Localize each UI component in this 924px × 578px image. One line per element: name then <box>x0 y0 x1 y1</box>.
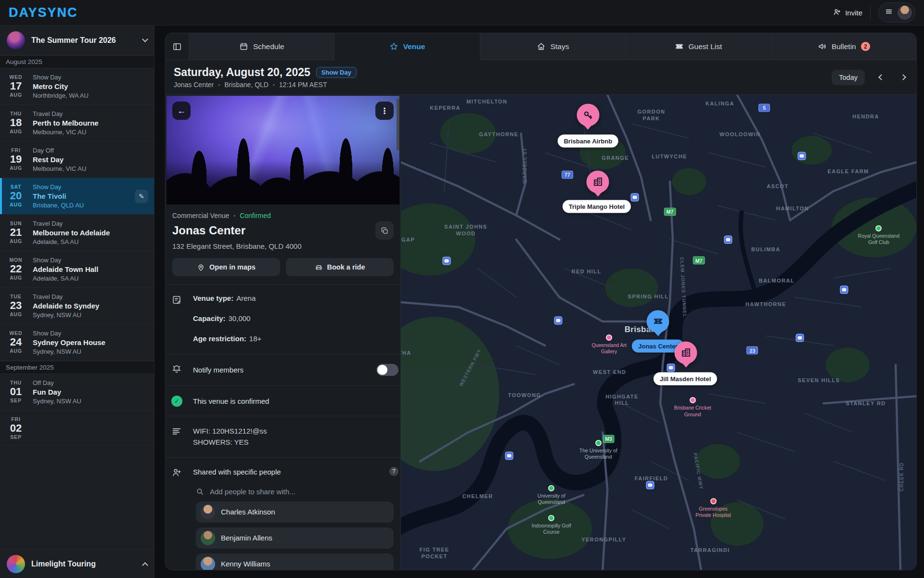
map-marker-label[interactable]: Triple Mango Hotel <box>563 200 631 213</box>
back-button[interactable]: ← <box>172 102 191 120</box>
person-avatar <box>201 531 215 545</box>
sidebar-day-item[interactable]: MON22AUGShow DayAdelaide Town HallAdelai… <box>0 251 154 288</box>
day-header: Saturday, August 20, 2025 Show Day Jonas… <box>166 60 916 95</box>
venue-detail-row: Age restriction:18+ <box>193 334 400 343</box>
notes-section: WIFI: 120HS1212!@ssSHOWERS: YES <box>166 416 400 457</box>
sidebar-day-item[interactable]: THU01SEPOff DayFun DaySydney, NSW AU <box>0 374 154 411</box>
tab-guest-list[interactable]: Guest List <box>626 33 771 60</box>
tab-venue[interactable]: Venue <box>334 33 480 60</box>
today-button[interactable]: Today <box>832 70 865 85</box>
text-lines-icon <box>166 425 193 448</box>
poi-dot <box>875 225 882 231</box>
speaker-icon <box>818 42 827 51</box>
open-in-maps-button[interactable]: Open in maps <box>172 258 280 276</box>
scrollbar[interactable] <box>397 99 399 151</box>
tour-switcher[interactable]: The Summer Tour 2026 <box>0 26 154 55</box>
notification-badge: 2 <box>861 42 870 51</box>
sidebar-day-item[interactable]: SAT20AUGShow DayThe TivoliBrisbane, QLD … <box>0 178 154 215</box>
day-title: Melbourne to Adelaide <box>33 229 148 237</box>
day-date: SUN21AUG <box>6 220 26 245</box>
map-marker-stay[interactable] <box>577 104 599 127</box>
person-plus-icon <box>166 467 193 480</box>
day-title: Metro City <box>33 82 148 90</box>
transit-station-icon <box>796 334 804 342</box>
transit-station-icon <box>631 193 639 202</box>
shared-person-row[interactable]: Kenny Williams <box>196 553 394 570</box>
map-label-suburb: SAINT JOHNS WOOD <box>444 224 488 238</box>
edit-day-button[interactable]: ✎ <box>135 190 148 203</box>
kebab-menu-button[interactable]: ⋮ <box>375 102 394 120</box>
bullet: • <box>218 82 220 88</box>
person-name: Charles Atkinson <box>221 508 275 516</box>
transit-station-icon <box>554 316 562 324</box>
person-avatar <box>201 505 215 519</box>
sidebar-toggle-button[interactable] <box>166 33 189 60</box>
share-search-input[interactable] <box>210 488 394 496</box>
star-icon <box>389 42 398 51</box>
tab-label: Schedule <box>253 42 284 51</box>
next-day-button[interactable] <box>898 72 908 82</box>
map-marker-stay[interactable] <box>675 341 697 364</box>
month-header: September 2025 <box>0 361 154 374</box>
map-marker-venue[interactable] <box>647 310 669 333</box>
map-marker-label[interactable]: Jill Masden Hotel <box>654 372 717 385</box>
copy-button[interactable] <box>375 221 394 240</box>
sidebar-day-item[interactable]: WED24AUGShow DaySydney Opera HouseSydney… <box>0 324 154 361</box>
map-label-suburb: FAIRFIELD <box>635 475 668 481</box>
map-marker-stay[interactable] <box>587 170 609 193</box>
detail-value: 30,000 <box>229 314 251 322</box>
day-location: Northbridge, WA AU <box>33 92 148 99</box>
tab-bulletin[interactable]: Bulletin2 <box>771 33 916 60</box>
crowd-silhouette <box>167 96 399 205</box>
toggle-knob <box>377 365 387 375</box>
sidebar-day-item[interactable]: THU18AUGTravel DayPerth to MelbourneMelb… <box>0 105 154 141</box>
tab-schedule[interactable]: Schedule <box>189 33 334 60</box>
venue-note-line: SHOWERS: YES <box>193 437 400 448</box>
tab-label: Bulletin <box>832 42 856 51</box>
poi-dot <box>595 440 602 446</box>
org-switcher[interactable]: Limelight Touring <box>0 549 154 578</box>
day-number: 20 <box>6 190 26 202</box>
key-icon <box>582 109 594 121</box>
invite-button[interactable]: Invite <box>833 8 862 18</box>
sidebar-day-item[interactable]: WED17AUGShow DayMetro CityNorthbridge, W… <box>0 68 154 105</box>
day-type: Travel Day <box>33 220 148 227</box>
tab-stays[interactable]: Stays <box>480 33 626 60</box>
day-number: 24 <box>6 336 26 348</box>
help-icon[interactable]: ? <box>389 467 398 476</box>
map-label-suburb: HENDRA <box>852 114 879 119</box>
map-label-suburb: GRANGE <box>602 155 629 161</box>
poi-dot <box>548 485 554 491</box>
day-dow: THU <box>6 111 26 116</box>
map-marker-label[interactable]: Brisbane Airbnb <box>557 134 618 147</box>
prev-day-button[interactable] <box>876 72 886 82</box>
sidebar-day-item[interactable]: SUN21AUGTravel DayMelbourne to AdelaideA… <box>0 215 154 251</box>
day-title: Adelaide Town Hall <box>33 265 148 273</box>
day-location: Sydney, NSW AU <box>33 311 148 319</box>
transit-station-icon <box>443 257 451 265</box>
day-type: Show Day <box>33 257 148 264</box>
tab-label: Guest List <box>689 42 722 51</box>
shared-person-row[interactable]: Benjamin Allens <box>196 527 394 549</box>
notify-members-toggle[interactable] <box>376 364 398 376</box>
map-label-suburb: BALMORAL <box>759 278 795 283</box>
day-location: Brisbane, QLD AU <box>33 202 148 209</box>
book-a-ride-button[interactable]: Book a ride <box>286 258 394 276</box>
user-menu-button[interactable] <box>878 2 915 23</box>
sidebar-day-item[interactable]: FRI19AUGDay OffRest DayMelbourne, VIC AU <box>0 141 154 178</box>
transit-station-icon <box>667 363 675 372</box>
venue-details-section: Venue type:ArenaCapacity:30,000Age restr… <box>166 285 400 354</box>
org-name: Limelight Touring <box>31 560 137 568</box>
sidebar-day-item[interactable]: FRI02SEP <box>0 411 154 446</box>
map[interactable]: KEPERRAMITCHELTONGAYTHORNEGORDON PARKKAL… <box>401 95 916 570</box>
map-label-suburb: SPRING HILL <box>626 294 670 301</box>
day-dow: SAT <box>6 184 26 190</box>
map-label-suburb: WEST END <box>593 369 626 375</box>
day-info: Show DayMetro CityNorthbridge, WA AU <box>33 74 148 99</box>
book-a-ride-label: Book a ride <box>327 263 365 271</box>
org-avatar <box>7 555 25 573</box>
sidebar-day-item[interactable]: TUE23AUGTravel DayAdelaide to SyndeySydn… <box>0 288 154 324</box>
map-label-suburb: STANLEY RD <box>846 400 886 406</box>
transit-station-icon <box>646 481 654 489</box>
shared-person-row[interactable]: Charles Atkinson <box>196 501 394 523</box>
